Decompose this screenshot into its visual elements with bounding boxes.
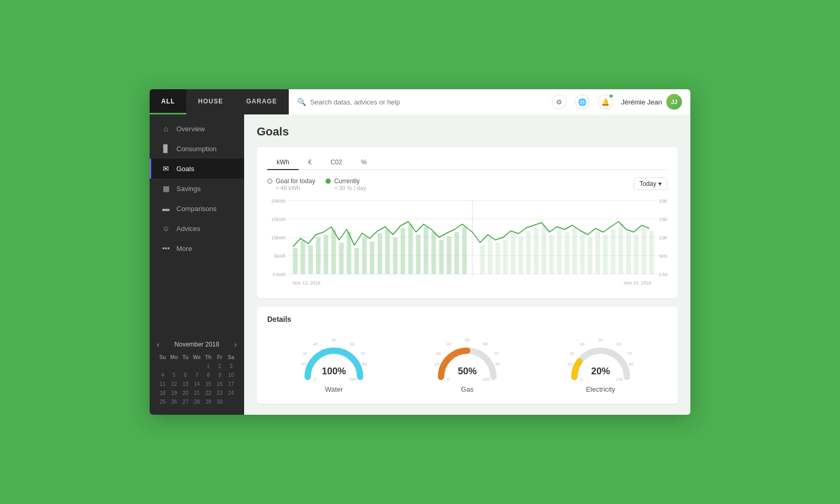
cal-day[interactable]: 8 <box>203 371 214 380</box>
cal-day[interactable]: 1 <box>203 362 214 371</box>
notification-icon-btn[interactable]: 🔔 <box>598 94 613 109</box>
gauges-row: 50 60 70 80 90 100 40 30 20 10 0 <box>267 331 667 395</box>
svg-text:100: 100 <box>616 377 623 382</box>
calendar-month: November 2018 <box>174 341 219 348</box>
cal-day[interactable]: 7 <box>191 371 203 380</box>
svg-text:20%: 20% <box>591 366 610 376</box>
svg-rect-31 <box>408 224 413 274</box>
sidebar-item-goals[interactable]: ✉ Goals <box>150 159 244 178</box>
cal-day[interactable]: 24 <box>225 388 237 397</box>
sidebar-item-consumption[interactable]: ▊ Consumption <box>150 139 244 159</box>
avatar: JJ <box>666 94 682 110</box>
water-gauge-svg: 50 60 70 80 90 100 40 30 20 10 0 <box>297 335 371 382</box>
svg-rect-60 <box>642 228 646 274</box>
svg-rect-39 <box>480 245 485 274</box>
svg-rect-24 <box>354 248 359 274</box>
svg-rect-50 <box>565 232 570 274</box>
cal-day[interactable]: 2 <box>214 362 226 371</box>
cal-day[interactable]: 30 <box>214 397 226 406</box>
settings-icon-btn[interactable]: ⚙ <box>552 94 566 109</box>
cal-day[interactable]: 6 <box>180 371 191 380</box>
svg-text:10kWh: 10kWh <box>659 235 667 240</box>
cal-day[interactable]: 22 <box>203 388 214 397</box>
svg-text:60: 60 <box>350 342 355 346</box>
sidebar-item-label-more: More <box>176 245 192 253</box>
cal-day[interactable]: 12 <box>169 380 180 388</box>
nav-tab-house[interactable]: HOUSE <box>186 89 235 114</box>
svg-text:30: 30 <box>303 351 308 356</box>
sidebar-item-savings[interactable]: ▦ Savings <box>150 178 244 198</box>
period-btn[interactable]: Today ▾ <box>634 177 667 190</box>
cal-day[interactable]: 28 <box>191 397 203 406</box>
sidebar-item-comparisons[interactable]: ▬ Comparisons <box>150 198 244 218</box>
svg-text:70: 70 <box>494 351 499 356</box>
svg-rect-37 <box>455 232 459 274</box>
cal-day[interactable]: 26 <box>169 397 180 406</box>
svg-rect-35 <box>439 240 444 274</box>
cal-day[interactable]: 13 <box>180 380 191 388</box>
savings-icon: ▦ <box>162 184 170 193</box>
svg-rect-33 <box>424 227 428 274</box>
unit-tab-kwh[interactable]: kWh <box>267 155 299 170</box>
cal-day[interactable]: 10 <box>225 371 237 380</box>
cal-day[interactable]: 27 <box>180 397 191 406</box>
svg-text:0 kWh: 0 kWh <box>272 272 286 277</box>
svg-rect-28 <box>385 229 390 274</box>
cal-day[interactable]: 5 <box>169 371 180 380</box>
cal-day[interactable]: 20 <box>180 388 191 397</box>
cal-day[interactable]: 19 <box>169 388 180 397</box>
sidebar-item-label-overview: Overview <box>176 125 205 133</box>
home-icon: ⌂ <box>162 124 170 133</box>
svg-rect-47 <box>542 226 547 274</box>
nav-tab-all[interactable]: ALL <box>150 89 186 114</box>
svg-text:0: 0 <box>314 377 317 382</box>
sidebar-item-more[interactable]: ••• More <box>150 238 244 258</box>
more-icon: ••• <box>162 244 170 253</box>
cal-day[interactable]: 11 <box>157 380 169 388</box>
unit-tab-€[interactable]: € <box>299 155 321 170</box>
cal-day[interactable]: 23 <box>214 388 226 397</box>
sidebar-item-advices[interactable]: ☺ Advices <box>150 218 244 238</box>
svg-rect-48 <box>549 235 554 274</box>
search-input[interactable] <box>310 98 415 106</box>
cal-day[interactable]: 17 <box>225 380 237 388</box>
svg-rect-46 <box>534 228 539 274</box>
goal-dot <box>267 178 272 184</box>
nav-tab-garage[interactable]: GARAGE <box>235 89 289 114</box>
svg-text:80: 80 <box>496 362 500 366</box>
cal-day[interactable]: 3 <box>225 362 237 371</box>
svg-rect-36 <box>447 236 452 274</box>
svg-rect-42 <box>503 240 508 274</box>
cal-day[interactable]: 15 <box>203 380 214 388</box>
cal-day[interactable]: 18 <box>157 388 169 397</box>
svg-rect-29 <box>393 237 397 274</box>
sidebar-item-overview[interactable]: ⌂ Overview <box>150 119 244 139</box>
sidebar: ⌂ Overview ▊ Consumption ✉ Goals ▦ Savin… <box>150 114 244 415</box>
user-info[interactable]: Jérémie Jean JJ <box>621 94 682 110</box>
sidebar-item-label-comparisons: Comparisons <box>176 205 217 213</box>
top-actions: ⚙ 🌐 🔔 Jérémie Jean JJ <box>543 89 690 114</box>
svg-rect-57 <box>618 224 623 274</box>
svg-text:100: 100 <box>482 377 490 382</box>
svg-rect-17 <box>301 240 306 274</box>
svg-text:50: 50 <box>332 338 337 342</box>
cal-day[interactable]: 16 <box>214 380 226 388</box>
cal-day[interactable]: 9 <box>214 371 226 380</box>
unit-tab-c02[interactable]: C02 <box>321 155 352 170</box>
cal-day[interactable]: 21 <box>191 388 203 397</box>
cal-header-Th: Th <box>203 353 214 362</box>
svg-rect-16 <box>293 248 298 274</box>
cal-day <box>157 362 169 371</box>
advices-icon: ☺ <box>162 224 170 233</box>
unit-tab-%[interactable]: % <box>352 155 376 170</box>
cal-day[interactable]: 4 <box>157 371 169 380</box>
sidebar-item-label-advices: Advices <box>176 225 201 233</box>
globe-icon-btn[interactable]: 🌐 <box>575 94 590 109</box>
cal-prev-btn[interactable]: ‹ <box>157 340 160 349</box>
cal-day[interactable]: 29 <box>203 397 214 406</box>
cal-day[interactable]: 25 <box>157 397 169 406</box>
cal-day[interactable]: 14 <box>191 380 203 388</box>
cal-next-btn[interactable]: › <box>234 340 237 349</box>
svg-rect-27 <box>377 233 382 274</box>
svg-rect-25 <box>362 236 367 274</box>
